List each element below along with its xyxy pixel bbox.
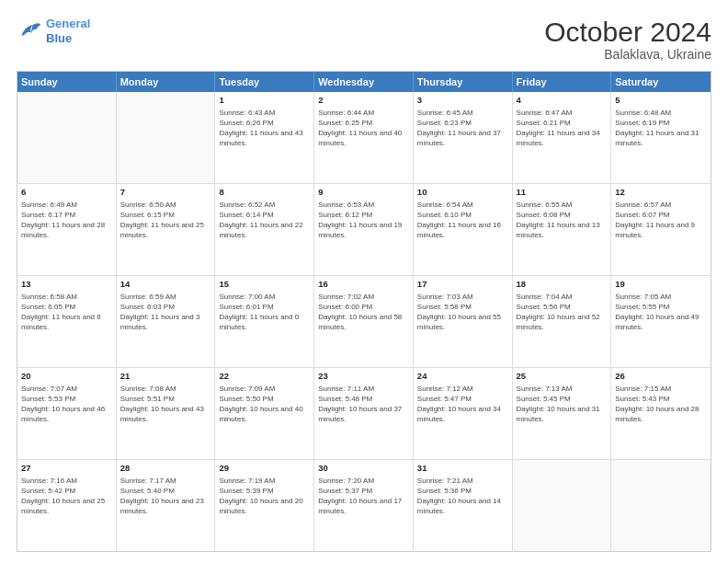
day-number: 17 xyxy=(417,279,508,291)
day-number: 18 xyxy=(517,279,608,291)
cell-info: Sunrise: 7:02 AM Sunset: 6:00 PM Dayligh… xyxy=(318,292,409,333)
day-number: 5 xyxy=(615,95,707,107)
cell-info: Sunrise: 7:17 AM Sunset: 5:40 PM Dayligh… xyxy=(120,476,211,517)
calendar-cell: 23Sunrise: 7:11 AM Sunset: 5:48 PM Dayli… xyxy=(314,368,414,459)
logo-text: General Blue xyxy=(46,17,90,45)
header-cell-thursday: Thursday xyxy=(414,72,513,92)
calendar-cell: 30Sunrise: 7:20 AM Sunset: 5:37 PM Dayli… xyxy=(314,460,414,551)
calendar-cell: 28Sunrise: 7:17 AM Sunset: 5:40 PM Dayli… xyxy=(117,460,216,551)
cell-info: Sunrise: 6:43 AM Sunset: 6:26 PM Dayligh… xyxy=(219,108,310,149)
header-cell-saturday: Saturday xyxy=(611,72,711,92)
calendar-cell: 7Sunrise: 6:50 AM Sunset: 6:15 PM Daylig… xyxy=(117,184,216,275)
day-number: 21 xyxy=(120,371,211,383)
day-number: 9 xyxy=(318,187,409,199)
calendar-cell: 9Sunrise: 6:53 AM Sunset: 6:12 PM Daylig… xyxy=(314,184,414,275)
calendar-row-3: 20Sunrise: 7:07 AM Sunset: 5:53 PM Dayli… xyxy=(17,367,711,459)
calendar-cell: 15Sunrise: 7:00 AM Sunset: 6:01 PM Dayli… xyxy=(215,276,314,367)
logo-icon xyxy=(17,18,42,44)
cell-info: Sunrise: 7:03 AM Sunset: 5:58 PM Dayligh… xyxy=(417,292,508,333)
cell-info: Sunrise: 7:21 AM Sunset: 5:36 PM Dayligh… xyxy=(417,476,508,517)
day-number: 29 xyxy=(219,463,310,475)
calendar-cell: 10Sunrise: 6:54 AM Sunset: 6:10 PM Dayli… xyxy=(414,184,513,275)
location: Balaklava, Ukraine xyxy=(544,47,711,62)
calendar-header: SundayMondayTuesdayWednesdayThursdayFrid… xyxy=(17,72,711,92)
calendar-cell: 6Sunrise: 6:49 AM Sunset: 6:17 PM Daylig… xyxy=(17,184,117,275)
calendar-cell: 13Sunrise: 6:58 AM Sunset: 6:05 PM Dayli… xyxy=(17,276,117,367)
calendar-cell: 14Sunrise: 6:59 AM Sunset: 6:03 PM Dayli… xyxy=(117,276,216,367)
cell-info: Sunrise: 6:44 AM Sunset: 6:25 PM Dayligh… xyxy=(318,108,409,149)
calendar-cell xyxy=(17,92,117,183)
day-number: 13 xyxy=(21,279,112,291)
day-number: 2 xyxy=(318,95,409,107)
day-number: 30 xyxy=(318,463,409,475)
calendar-cell xyxy=(117,92,216,183)
header: General Blue October 2024 Balaklava, Ukr… xyxy=(17,17,711,62)
cell-info: Sunrise: 6:52 AM Sunset: 6:14 PM Dayligh… xyxy=(219,200,310,241)
cell-info: Sunrise: 6:45 AM Sunset: 6:23 PM Dayligh… xyxy=(417,108,508,149)
header-cell-monday: Monday xyxy=(117,72,216,92)
calendar: SundayMondayTuesdayWednesdayThursdayFrid… xyxy=(17,71,711,552)
day-number: 7 xyxy=(120,187,211,199)
day-number: 25 xyxy=(517,371,608,383)
header-cell-friday: Friday xyxy=(513,72,612,92)
calendar-cell: 8Sunrise: 6:52 AM Sunset: 6:14 PM Daylig… xyxy=(215,184,314,275)
page: General Blue October 2024 Balaklava, Ukr… xyxy=(0,0,728,563)
title-block: October 2024 Balaklava, Ukraine xyxy=(544,17,711,62)
day-number: 26 xyxy=(615,371,707,383)
day-number: 14 xyxy=(120,279,211,291)
cell-info: Sunrise: 7:04 AM Sunset: 5:56 PM Dayligh… xyxy=(517,292,608,333)
day-number: 4 xyxy=(517,95,608,107)
day-number: 1 xyxy=(219,95,310,107)
cell-info: Sunrise: 6:48 AM Sunset: 6:19 PM Dayligh… xyxy=(615,108,707,149)
calendar-cell: 11Sunrise: 6:55 AM Sunset: 6:08 PM Dayli… xyxy=(513,184,612,275)
calendar-body: 1Sunrise: 6:43 AM Sunset: 6:26 PM Daylig… xyxy=(17,92,711,551)
cell-info: Sunrise: 7:13 AM Sunset: 5:45 PM Dayligh… xyxy=(517,384,608,425)
day-number: 11 xyxy=(517,187,608,199)
day-number: 31 xyxy=(417,463,508,475)
day-number: 22 xyxy=(219,371,310,383)
calendar-row-0: 1Sunrise: 6:43 AM Sunset: 6:26 PM Daylig… xyxy=(17,92,711,183)
day-number: 10 xyxy=(417,187,508,199)
header-cell-tuesday: Tuesday xyxy=(215,72,314,92)
day-number: 8 xyxy=(219,187,310,199)
day-number: 20 xyxy=(21,371,112,383)
cell-info: Sunrise: 6:53 AM Sunset: 6:12 PM Dayligh… xyxy=(318,200,409,241)
calendar-cell: 26Sunrise: 7:15 AM Sunset: 5:43 PM Dayli… xyxy=(611,368,711,459)
calendar-row-1: 6Sunrise: 6:49 AM Sunset: 6:17 PM Daylig… xyxy=(17,183,711,275)
calendar-cell: 27Sunrise: 7:16 AM Sunset: 5:42 PM Dayli… xyxy=(17,460,117,551)
calendar-cell: 25Sunrise: 7:13 AM Sunset: 5:45 PM Dayli… xyxy=(513,368,612,459)
calendar-cell: 4Sunrise: 6:47 AM Sunset: 6:21 PM Daylig… xyxy=(513,92,612,183)
cell-info: Sunrise: 7:15 AM Sunset: 5:43 PM Dayligh… xyxy=(615,384,707,425)
month-title: October 2024 xyxy=(544,17,711,47)
cell-info: Sunrise: 7:16 AM Sunset: 5:42 PM Dayligh… xyxy=(21,476,112,517)
calendar-cell: 22Sunrise: 7:09 AM Sunset: 5:50 PM Dayli… xyxy=(215,368,314,459)
calendar-row-2: 13Sunrise: 6:58 AM Sunset: 6:05 PM Dayli… xyxy=(17,275,711,367)
calendar-cell: 2Sunrise: 6:44 AM Sunset: 6:25 PM Daylig… xyxy=(314,92,414,183)
calendar-cell: 31Sunrise: 7:21 AM Sunset: 5:36 PM Dayli… xyxy=(414,460,513,551)
calendar-cell xyxy=(513,460,612,551)
cell-info: Sunrise: 6:55 AM Sunset: 6:08 PM Dayligh… xyxy=(517,200,608,241)
logo: General Blue xyxy=(17,17,90,45)
cell-info: Sunrise: 7:11 AM Sunset: 5:48 PM Dayligh… xyxy=(318,384,409,425)
cell-info: Sunrise: 7:09 AM Sunset: 5:50 PM Dayligh… xyxy=(219,384,310,425)
calendar-row-4: 27Sunrise: 7:16 AM Sunset: 5:42 PM Dayli… xyxy=(17,459,711,551)
calendar-cell: 21Sunrise: 7:08 AM Sunset: 5:51 PM Dayli… xyxy=(117,368,216,459)
cell-info: Sunrise: 6:47 AM Sunset: 6:21 PM Dayligh… xyxy=(517,108,608,149)
cell-info: Sunrise: 7:07 AM Sunset: 5:53 PM Dayligh… xyxy=(21,384,112,425)
header-cell-wednesday: Wednesday xyxy=(314,72,414,92)
calendar-cell: 5Sunrise: 6:48 AM Sunset: 6:19 PM Daylig… xyxy=(611,92,711,183)
cell-info: Sunrise: 7:12 AM Sunset: 5:47 PM Dayligh… xyxy=(417,384,508,425)
calendar-cell: 20Sunrise: 7:07 AM Sunset: 5:53 PM Dayli… xyxy=(17,368,117,459)
cell-info: Sunrise: 7:20 AM Sunset: 5:37 PM Dayligh… xyxy=(318,476,409,517)
cell-info: Sunrise: 6:59 AM Sunset: 6:03 PM Dayligh… xyxy=(120,292,211,333)
cell-info: Sunrise: 7:19 AM Sunset: 5:39 PM Dayligh… xyxy=(219,476,310,517)
day-number: 6 xyxy=(21,187,112,199)
cell-info: Sunrise: 7:08 AM Sunset: 5:51 PM Dayligh… xyxy=(120,384,211,425)
calendar-cell: 19Sunrise: 7:05 AM Sunset: 5:55 PM Dayli… xyxy=(611,276,711,367)
day-number: 24 xyxy=(417,371,508,383)
calendar-cell: 17Sunrise: 7:03 AM Sunset: 5:58 PM Dayli… xyxy=(414,276,513,367)
day-number: 23 xyxy=(318,371,409,383)
calendar-cell: 29Sunrise: 7:19 AM Sunset: 5:39 PM Dayli… xyxy=(215,460,314,551)
day-number: 16 xyxy=(318,279,409,291)
cell-info: Sunrise: 6:49 AM Sunset: 6:17 PM Dayligh… xyxy=(21,200,112,241)
